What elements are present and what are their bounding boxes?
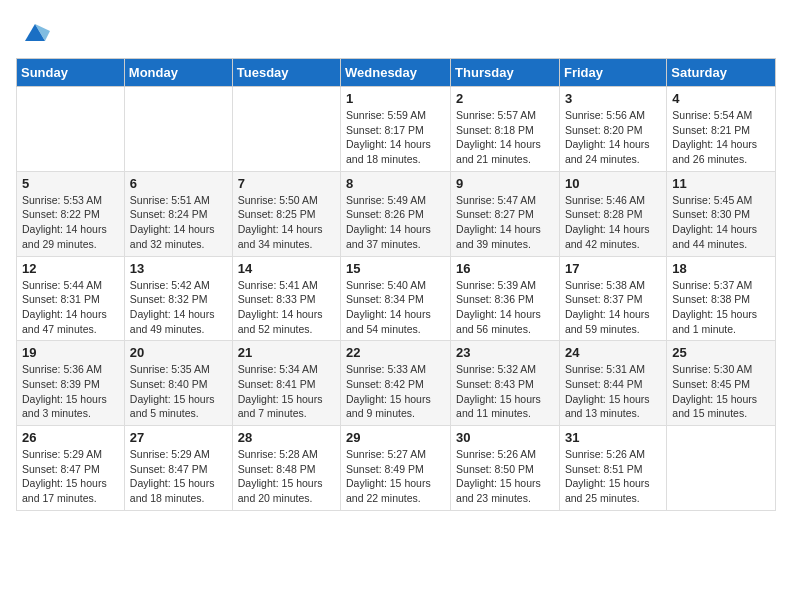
calendar-cell: 2Sunrise: 5:57 AM Sunset: 8:18 PM Daylig… [451, 87, 560, 172]
day-number: 12 [22, 261, 119, 276]
day-number: 17 [565, 261, 661, 276]
day-number: 15 [346, 261, 445, 276]
day-info: Sunrise: 5:34 AM Sunset: 8:41 PM Dayligh… [238, 362, 335, 421]
day-info: Sunrise: 5:42 AM Sunset: 8:32 PM Dayligh… [130, 278, 227, 337]
calendar-cell [17, 87, 125, 172]
day-number: 7 [238, 176, 335, 191]
calendar-header-row: SundayMondayTuesdayWednesdayThursdayFrid… [17, 59, 776, 87]
calendar-cell: 21Sunrise: 5:34 AM Sunset: 8:41 PM Dayli… [232, 341, 340, 426]
day-header-sunday: Sunday [17, 59, 125, 87]
logo [16, 16, 50, 46]
day-info: Sunrise: 5:53 AM Sunset: 8:22 PM Dayligh… [22, 193, 119, 252]
day-info: Sunrise: 5:32 AM Sunset: 8:43 PM Dayligh… [456, 362, 554, 421]
day-number: 20 [130, 345, 227, 360]
day-info: Sunrise: 5:36 AM Sunset: 8:39 PM Dayligh… [22, 362, 119, 421]
calendar-week-row: 19Sunrise: 5:36 AM Sunset: 8:39 PM Dayli… [17, 341, 776, 426]
day-info: Sunrise: 5:28 AM Sunset: 8:48 PM Dayligh… [238, 447, 335, 506]
day-info: Sunrise: 5:31 AM Sunset: 8:44 PM Dayligh… [565, 362, 661, 421]
calendar-cell: 25Sunrise: 5:30 AM Sunset: 8:45 PM Dayli… [667, 341, 776, 426]
day-info: Sunrise: 5:54 AM Sunset: 8:21 PM Dayligh… [672, 108, 770, 167]
calendar-cell: 5Sunrise: 5:53 AM Sunset: 8:22 PM Daylig… [17, 171, 125, 256]
day-number: 11 [672, 176, 770, 191]
day-number: 21 [238, 345, 335, 360]
calendar-cell [232, 87, 340, 172]
day-info: Sunrise: 5:33 AM Sunset: 8:42 PM Dayligh… [346, 362, 445, 421]
day-number: 26 [22, 430, 119, 445]
day-info: Sunrise: 5:57 AM Sunset: 8:18 PM Dayligh… [456, 108, 554, 167]
day-info: Sunrise: 5:29 AM Sunset: 8:47 PM Dayligh… [130, 447, 227, 506]
calendar-cell: 31Sunrise: 5:26 AM Sunset: 8:51 PM Dayli… [559, 426, 666, 511]
day-info: Sunrise: 5:59 AM Sunset: 8:17 PM Dayligh… [346, 108, 445, 167]
day-number: 19 [22, 345, 119, 360]
calendar-cell: 16Sunrise: 5:39 AM Sunset: 8:36 PM Dayli… [451, 256, 560, 341]
day-number: 31 [565, 430, 661, 445]
day-info: Sunrise: 5:56 AM Sunset: 8:20 PM Dayligh… [565, 108, 661, 167]
day-number: 8 [346, 176, 445, 191]
calendar-cell: 28Sunrise: 5:28 AM Sunset: 8:48 PM Dayli… [232, 426, 340, 511]
day-info: Sunrise: 5:41 AM Sunset: 8:33 PM Dayligh… [238, 278, 335, 337]
calendar-week-row: 12Sunrise: 5:44 AM Sunset: 8:31 PM Dayli… [17, 256, 776, 341]
calendar-week-row: 1Sunrise: 5:59 AM Sunset: 8:17 PM Daylig… [17, 87, 776, 172]
calendar-cell: 4Sunrise: 5:54 AM Sunset: 8:21 PM Daylig… [667, 87, 776, 172]
calendar-cell: 10Sunrise: 5:46 AM Sunset: 8:28 PM Dayli… [559, 171, 666, 256]
calendar-week-row: 5Sunrise: 5:53 AM Sunset: 8:22 PM Daylig… [17, 171, 776, 256]
day-number: 2 [456, 91, 554, 106]
day-number: 10 [565, 176, 661, 191]
day-number: 5 [22, 176, 119, 191]
calendar-cell: 15Sunrise: 5:40 AM Sunset: 8:34 PM Dayli… [341, 256, 451, 341]
calendar-cell: 13Sunrise: 5:42 AM Sunset: 8:32 PM Dayli… [124, 256, 232, 341]
day-info: Sunrise: 5:26 AM Sunset: 8:51 PM Dayligh… [565, 447, 661, 506]
day-number: 3 [565, 91, 661, 106]
day-info: Sunrise: 5:49 AM Sunset: 8:26 PM Dayligh… [346, 193, 445, 252]
day-info: Sunrise: 5:29 AM Sunset: 8:47 PM Dayligh… [22, 447, 119, 506]
day-header-tuesday: Tuesday [232, 59, 340, 87]
day-number: 13 [130, 261, 227, 276]
day-number: 16 [456, 261, 554, 276]
day-info: Sunrise: 5:51 AM Sunset: 8:24 PM Dayligh… [130, 193, 227, 252]
calendar-cell [124, 87, 232, 172]
day-info: Sunrise: 5:26 AM Sunset: 8:50 PM Dayligh… [456, 447, 554, 506]
day-number: 30 [456, 430, 554, 445]
calendar-cell: 26Sunrise: 5:29 AM Sunset: 8:47 PM Dayli… [17, 426, 125, 511]
day-info: Sunrise: 5:46 AM Sunset: 8:28 PM Dayligh… [565, 193, 661, 252]
calendar-cell: 14Sunrise: 5:41 AM Sunset: 8:33 PM Dayli… [232, 256, 340, 341]
calendar-cell: 9Sunrise: 5:47 AM Sunset: 8:27 PM Daylig… [451, 171, 560, 256]
day-number: 1 [346, 91, 445, 106]
day-info: Sunrise: 5:44 AM Sunset: 8:31 PM Dayligh… [22, 278, 119, 337]
day-header-saturday: Saturday [667, 59, 776, 87]
calendar-cell: 19Sunrise: 5:36 AM Sunset: 8:39 PM Dayli… [17, 341, 125, 426]
day-number: 24 [565, 345, 661, 360]
day-number: 22 [346, 345, 445, 360]
day-number: 4 [672, 91, 770, 106]
calendar-cell: 29Sunrise: 5:27 AM Sunset: 8:49 PM Dayli… [341, 426, 451, 511]
calendar-week-row: 26Sunrise: 5:29 AM Sunset: 8:47 PM Dayli… [17, 426, 776, 511]
day-header-thursday: Thursday [451, 59, 560, 87]
day-number: 27 [130, 430, 227, 445]
day-number: 23 [456, 345, 554, 360]
calendar-cell: 8Sunrise: 5:49 AM Sunset: 8:26 PM Daylig… [341, 171, 451, 256]
calendar-cell: 11Sunrise: 5:45 AM Sunset: 8:30 PM Dayli… [667, 171, 776, 256]
day-number: 28 [238, 430, 335, 445]
day-number: 25 [672, 345, 770, 360]
day-info: Sunrise: 5:37 AM Sunset: 8:38 PM Dayligh… [672, 278, 770, 337]
day-info: Sunrise: 5:47 AM Sunset: 8:27 PM Dayligh… [456, 193, 554, 252]
day-header-monday: Monday [124, 59, 232, 87]
day-number: 14 [238, 261, 335, 276]
calendar-cell: 23Sunrise: 5:32 AM Sunset: 8:43 PM Dayli… [451, 341, 560, 426]
day-info: Sunrise: 5:27 AM Sunset: 8:49 PM Dayligh… [346, 447, 445, 506]
day-info: Sunrise: 5:50 AM Sunset: 8:25 PM Dayligh… [238, 193, 335, 252]
day-info: Sunrise: 5:30 AM Sunset: 8:45 PM Dayligh… [672, 362, 770, 421]
calendar-cell: 27Sunrise: 5:29 AM Sunset: 8:47 PM Dayli… [124, 426, 232, 511]
day-header-friday: Friday [559, 59, 666, 87]
day-info: Sunrise: 5:40 AM Sunset: 8:34 PM Dayligh… [346, 278, 445, 337]
logo-icon [20, 16, 50, 46]
calendar-cell: 3Sunrise: 5:56 AM Sunset: 8:20 PM Daylig… [559, 87, 666, 172]
day-number: 9 [456, 176, 554, 191]
calendar-cell: 17Sunrise: 5:38 AM Sunset: 8:37 PM Dayli… [559, 256, 666, 341]
calendar-cell: 6Sunrise: 5:51 AM Sunset: 8:24 PM Daylig… [124, 171, 232, 256]
day-info: Sunrise: 5:38 AM Sunset: 8:37 PM Dayligh… [565, 278, 661, 337]
calendar-cell: 12Sunrise: 5:44 AM Sunset: 8:31 PM Dayli… [17, 256, 125, 341]
calendar-cell: 22Sunrise: 5:33 AM Sunset: 8:42 PM Dayli… [341, 341, 451, 426]
calendar-cell: 30Sunrise: 5:26 AM Sunset: 8:50 PM Dayli… [451, 426, 560, 511]
calendar-cell: 18Sunrise: 5:37 AM Sunset: 8:38 PM Dayli… [667, 256, 776, 341]
